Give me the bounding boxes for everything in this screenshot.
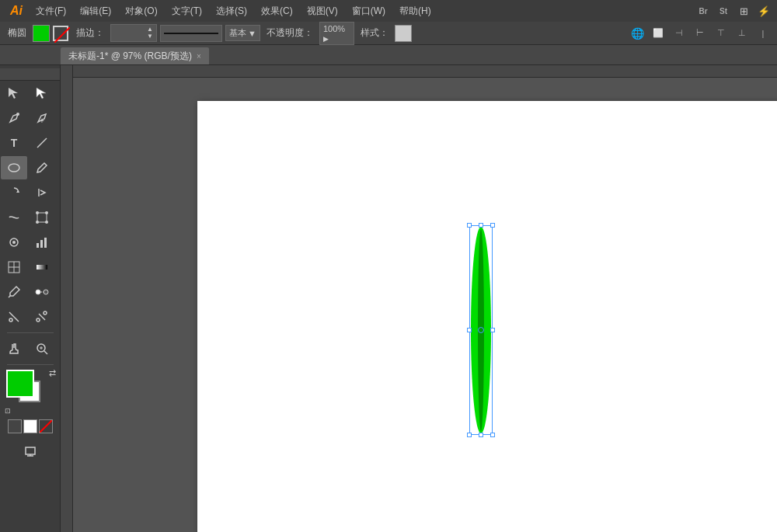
stroke-width-input[interactable]: ▲ ▼: [110, 24, 157, 42]
menu-window[interactable]: 窗口(W): [346, 2, 392, 21]
free-transform-icon: [35, 210, 49, 224]
blend-tool[interactable]: [29, 280, 55, 304]
pencil-tool[interactable]: [29, 156, 55, 179]
select-tool[interactable]: [1, 82, 27, 105]
align-icon-3[interactable]: ⊤: [712, 24, 730, 43]
zoom-icon: [35, 342, 49, 356]
align-tl-icon[interactable]: ⬜: [649, 24, 667, 43]
hand-tool[interactable]: [1, 337, 27, 360]
pen-icon: [7, 111, 21, 125]
line-tool[interactable]: [29, 131, 55, 155]
layout-icon[interactable]: ⊞: [735, 2, 752, 19]
direct-select-tool[interactable]: [29, 82, 55, 105]
slice-tool[interactable]: [1, 305, 27, 329]
handle-top-right[interactable]: [490, 223, 495, 228]
handle-mid-right[interactable]: [490, 328, 495, 332]
warp-tool[interactable]: [1, 206, 27, 229]
tool-row-4: [0, 155, 60, 180]
menu-type[interactable]: 文字(T): [166, 2, 208, 21]
menu-object[interactable]: 对象(O): [119, 2, 163, 21]
color-mode-2[interactable]: [23, 419, 37, 433]
mesh-tool[interactable]: [1, 256, 27, 279]
svg-rect-17: [44, 238, 47, 248]
svg-line-5: [37, 138, 47, 148]
menu-help[interactable]: 帮助(H): [393, 2, 437, 21]
handle-mid-left[interactable]: [467, 328, 472, 332]
tool-row-11: [0, 336, 60, 361]
foreground-color-swatch[interactable]: [6, 370, 34, 398]
hand-icon: [7, 342, 21, 356]
svg-point-29: [37, 318, 40, 322]
pen-tool[interactable]: [1, 106, 27, 130]
reflect-icon: [35, 186, 49, 200]
canvas-area[interactable]: [61, 65, 777, 532]
tool-row-6: [0, 205, 60, 230]
eyedropper-tool[interactable]: [1, 280, 27, 304]
align-icon-4[interactable]: ⊥: [733, 24, 751, 43]
zoom-tool[interactable]: [29, 337, 55, 360]
stroke-line-style[interactable]: [160, 25, 222, 42]
stroke-color-box[interactable]: [53, 25, 70, 42]
stroke-type-dropdown[interactable]: 基本 ▼: [225, 25, 260, 41]
rotate-icon: [7, 186, 21, 200]
menu-effect[interactable]: 效果(C): [255, 2, 299, 21]
handle-bottom-mid[interactable]: [479, 433, 483, 437]
gradient-icon: [35, 260, 49, 274]
search-icon[interactable]: ⚡: [755, 2, 772, 19]
stock-icon[interactable]: St: [715, 2, 732, 19]
document-tab[interactable]: 未标题-1* @ 97% (RGB/预选) ×: [61, 47, 209, 64]
style-box[interactable]: [395, 25, 412, 42]
color-mode-3[interactable]: [39, 419, 53, 433]
options-bar: 椭圆 描边： ▲ ▼ 基本 ▼ 不透明度： 100% ▶ 样式：: [0, 22, 777, 45]
mini-colors-row: [5, 418, 56, 435]
shape-container[interactable]: [469, 225, 493, 435]
handle-top-mid[interactable]: [479, 223, 483, 228]
gradient-tool[interactable]: [29, 256, 55, 279]
svg-line-32: [44, 351, 47, 354]
menu-view[interactable]: 视图(V): [301, 2, 344, 21]
tab-close-button[interactable]: ×: [197, 52, 201, 61]
bridge-icon[interactable]: Br: [695, 2, 712, 19]
rotate-tool[interactable]: [1, 181, 27, 204]
align-icon-1[interactable]: ⊣: [670, 24, 688, 43]
svg-line-35: [40, 420, 52, 433]
menu-file[interactable]: 文件(F): [30, 2, 72, 21]
svg-line-0: [54, 27, 70, 43]
menu-edit[interactable]: 编辑(E): [74, 2, 117, 21]
svg-line-26: [9, 312, 19, 322]
handle-top-left[interactable]: [467, 223, 472, 228]
tab-bar: 未标题-1* @ 97% (RGB/预选) ×: [0, 45, 777, 65]
color-mode-1[interactable]: [8, 419, 22, 433]
handle-bottom-right[interactable]: [490, 433, 495, 437]
default-colors-icon[interactable]: ⊡: [5, 407, 11, 415]
tool-separator: [7, 332, 54, 333]
svg-point-27: [9, 318, 12, 322]
scissors-tool[interactable]: [29, 305, 55, 329]
handle-bottom-left[interactable]: [467, 433, 472, 437]
opacity-input[interactable]: 100% ▶: [319, 22, 354, 45]
ellipse-tool[interactable]: [1, 156, 27, 179]
free-transform-tool[interactable]: [29, 206, 55, 229]
type-tool[interactable]: T: [1, 131, 27, 155]
ruler-left: [61, 65, 73, 532]
tab-title: 未标题-1* @ 97% (RGB/预选): [68, 50, 192, 63]
align-icon-5[interactable]: |: [754, 24, 772, 43]
reflect-tool[interactable]: [29, 181, 55, 204]
artboard-icon[interactable]: [17, 439, 44, 462]
svg-rect-36: [26, 447, 35, 454]
svg-rect-15: [37, 243, 39, 248]
add-anchor-tool[interactable]: +: [29, 106, 55, 130]
stroke-label: 描边：: [73, 26, 107, 40]
artboard: [197, 101, 777, 532]
ruler-top: [73, 65, 777, 78]
globe-icon[interactable]: 🌐: [628, 24, 646, 43]
line-icon: [35, 136, 49, 150]
symbol-sprayer-tool[interactable]: [1, 231, 27, 254]
column-graph-tool[interactable]: [29, 231, 55, 254]
svg-rect-21: [37, 265, 47, 269]
swap-colors-icon[interactable]: ⇄: [49, 368, 56, 378]
artboard-icon-row: [16, 438, 44, 463]
menu-select[interactable]: 选择(S): [210, 2, 253, 21]
fill-color-box[interactable]: [33, 25, 50, 42]
align-icon-2[interactable]: ⊢: [691, 24, 709, 43]
